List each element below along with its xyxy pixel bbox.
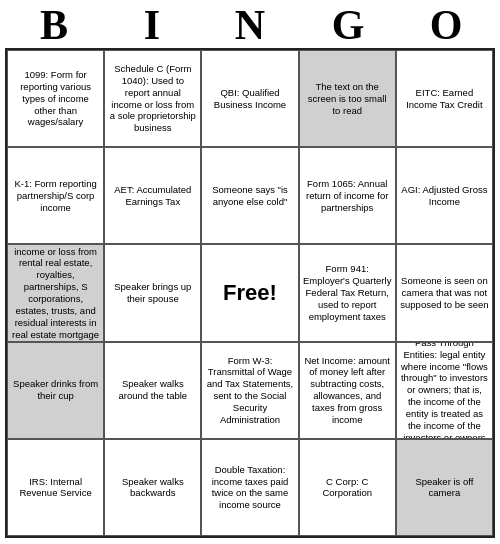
bingo-cell-24[interactable]: Speaker is off camera [396,439,493,536]
bingo-cell-9[interactable]: AGI: Adjusted Gross Income [396,147,493,244]
bingo-cell-14[interactable]: Someone is seen on camera that was not s… [396,244,493,341]
bingo-cell-8[interactable]: Form 1065: Annual return of income for p… [299,147,396,244]
bingo-cell-10[interactable]: Schedule E: report income or loss from r… [7,244,104,341]
bingo-cell-16[interactable]: Speaker walks around the table [104,342,201,439]
bingo-cell-18[interactable]: Net Income: amount of money left after s… [299,342,396,439]
bingo-cell-5[interactable]: K-1: Form reporting partnership/S corp i… [7,147,104,244]
bingo-cell-0[interactable]: 1099: Form for reporting various types o… [7,50,104,147]
bingo-header: B I N G O [5,0,495,48]
bingo-grid: 1099: Form for reporting various types o… [5,48,495,538]
bingo-cell-6[interactable]: AET: Accumulated Earnings Tax [104,147,201,244]
bingo-cell-1[interactable]: Schedule C (Form 1040): Used to report a… [104,50,201,147]
bingo-cell-17[interactable]: Form W-3: Transmittal of Wage and Tax St… [201,342,298,439]
header-n: N [205,4,295,46]
bingo-cell-22[interactable]: Double Taxation: income taxes paid twice… [201,439,298,536]
header-i: I [107,4,197,46]
bingo-cell-2[interactable]: QBI: Qualified Business Income [201,50,298,147]
bingo-cell-7[interactable]: Someone says "is anyone else cold" [201,147,298,244]
bingo-cell-4[interactable]: EITC: Earned Income Tax Credit [396,50,493,147]
bingo-cell-20[interactable]: IRS: Internal Revenue Service [7,439,104,536]
header-o: O [401,4,491,46]
bingo-cell-15[interactable]: Speaker drinks from their cup [7,342,104,439]
header-b: B [9,4,99,46]
header-g: G [303,4,393,46]
bingo-cell-12[interactable]: Free! [201,244,298,341]
bingo-cell-21[interactable]: Speaker walks backwards [104,439,201,536]
bingo-cell-23[interactable]: C Corp: C Corporation [299,439,396,536]
bingo-cell-19[interactable]: Pass Through Entities: legal entity wher… [396,342,493,439]
bingo-cell-13[interactable]: Form 941: Employer's Quarterly Federal T… [299,244,396,341]
bingo-cell-3[interactable]: The text on the screen is too small to r… [299,50,396,147]
bingo-cell-11[interactable]: Speaker brings up their spouse [104,244,201,341]
